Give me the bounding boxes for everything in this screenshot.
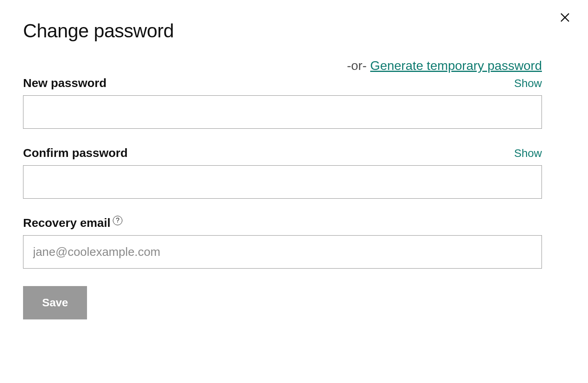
confirm-password-label: Confirm password <box>23 146 128 160</box>
recovery-email-label-row: Recovery email? <box>23 216 542 230</box>
close-button[interactable] <box>557 10 573 25</box>
save-button[interactable]: Save <box>23 286 87 319</box>
generate-row: -or- Generate temporary password <box>23 58 565 73</box>
confirm-password-label-row: Confirm password Show <box>23 146 542 160</box>
or-text: -or- <box>347 58 370 73</box>
recovery-email-field-block: Recovery email? <box>23 216 565 269</box>
generate-temp-password-link[interactable]: Generate temporary password <box>370 58 542 73</box>
new-password-show-toggle[interactable]: Show <box>514 77 542 90</box>
confirm-password-input[interactable] <box>23 165 542 199</box>
new-password-field-block: New password Show <box>23 76 565 129</box>
new-password-label: New password <box>23 76 106 90</box>
recovery-email-label: Recovery email? <box>23 216 122 230</box>
close-icon <box>559 12 571 23</box>
new-password-input[interactable] <box>23 95 542 129</box>
recovery-email-input[interactable] <box>23 235 542 269</box>
confirm-password-field-block: Confirm password Show <box>23 146 565 199</box>
page-title: Change password <box>23 20 565 42</box>
recovery-email-label-text: Recovery email <box>23 216 110 230</box>
confirm-password-show-toggle[interactable]: Show <box>514 147 542 160</box>
help-icon[interactable]: ? <box>113 216 122 225</box>
new-password-label-row: New password Show <box>23 76 542 90</box>
